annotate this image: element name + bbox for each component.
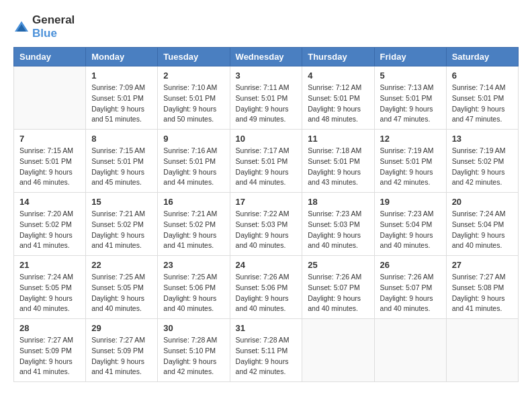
weekday-header: Wednesday — [230, 48, 302, 66]
calendar-cell: 26Sunrise: 7:26 AM Sunset: 5:07 PM Dayli… — [374, 256, 446, 319]
header-row: SundayMondayTuesdayWednesdayThursdayFrid… — [14, 48, 519, 66]
day-number: 3 — [236, 71, 297, 81]
day-number: 28 — [19, 323, 80, 333]
day-info: Sunrise: 7:09 AM Sunset: 5:01 PM Dayligh… — [91, 83, 152, 125]
calendar-cell: 21Sunrise: 7:24 AM Sunset: 5:05 PM Dayli… — [14, 256, 86, 319]
calendar-cell: 8Sunrise: 7:15 AM Sunset: 5:01 PM Daylig… — [86, 130, 158, 193]
calendar-week-row: 14Sunrise: 7:20 AM Sunset: 5:02 PM Dayli… — [14, 193, 519, 256]
day-number: 23 — [163, 260, 224, 270]
calendar-cell: 18Sunrise: 7:23 AM Sunset: 5:03 PM Dayli… — [302, 193, 374, 256]
day-info: Sunrise: 7:26 AM Sunset: 5:07 PM Dayligh… — [308, 272, 368, 314]
day-info: Sunrise: 7:14 AM Sunset: 5:01 PM Dayligh… — [452, 83, 513, 125]
calendar-cell: 3Sunrise: 7:11 AM Sunset: 5:01 PM Daylig… — [230, 66, 302, 130]
day-number: 4 — [308, 71, 368, 81]
calendar-week-row: 1Sunrise: 7:09 AM Sunset: 5:01 PM Daylig… — [14, 66, 519, 130]
day-info: Sunrise: 7:26 AM Sunset: 5:06 PM Dayligh… — [236, 272, 297, 314]
calendar-cell: 31Sunrise: 7:28 AM Sunset: 5:11 PM Dayli… — [230, 319, 302, 382]
logo: General Blue — [13, 13, 75, 40]
calendar-cell — [302, 319, 374, 382]
calendar-table: SundayMondayTuesdayWednesdayThursdayFrid… — [13, 47, 519, 382]
page-header: General Blue — [13, 13, 519, 40]
day-info: Sunrise: 7:23 AM Sunset: 5:03 PM Dayligh… — [308, 209, 368, 251]
day-number: 11 — [308, 134, 368, 144]
calendar-cell: 13Sunrise: 7:19 AM Sunset: 5:02 PM Dayli… — [446, 130, 518, 193]
day-info: Sunrise: 7:21 AM Sunset: 5:02 PM Dayligh… — [91, 209, 152, 251]
calendar-cell: 28Sunrise: 7:27 AM Sunset: 5:09 PM Dayli… — [14, 319, 86, 382]
calendar-cell: 2Sunrise: 7:10 AM Sunset: 5:01 PM Daylig… — [158, 66, 230, 130]
calendar-cell: 22Sunrise: 7:25 AM Sunset: 5:05 PM Dayli… — [86, 256, 158, 319]
calendar-cell: 4Sunrise: 7:12 AM Sunset: 5:01 PM Daylig… — [302, 66, 374, 130]
calendar-cell — [446, 319, 518, 382]
calendar-cell: 19Sunrise: 7:23 AM Sunset: 5:04 PM Dayli… — [374, 193, 446, 256]
day-number: 27 — [452, 260, 513, 270]
day-info: Sunrise: 7:18 AM Sunset: 5:01 PM Dayligh… — [308, 146, 368, 188]
day-info: Sunrise: 7:19 AM Sunset: 5:01 PM Dayligh… — [380, 146, 441, 188]
day-number: 9 — [163, 134, 224, 144]
calendar-cell: 11Sunrise: 7:18 AM Sunset: 5:01 PM Dayli… — [302, 130, 374, 193]
weekday-header: Sunday — [14, 48, 86, 66]
day-number: 29 — [91, 323, 152, 333]
day-number: 26 — [380, 260, 441, 270]
calendar-cell: 10Sunrise: 7:17 AM Sunset: 5:01 PM Dayli… — [230, 130, 302, 193]
day-info: Sunrise: 7:24 AM Sunset: 5:05 PM Dayligh… — [19, 272, 80, 314]
day-number: 15 — [91, 197, 152, 207]
day-number: 17 — [236, 197, 297, 207]
calendar-header: SundayMondayTuesdayWednesdayThursdayFrid… — [14, 48, 519, 66]
logo-icon — [13, 20, 30, 34]
day-number: 22 — [91, 260, 152, 270]
logo-text: General Blue — [32, 13, 75, 40]
day-info: Sunrise: 7:27 AM Sunset: 5:09 PM Dayligh… — [91, 335, 152, 377]
day-number: 12 — [380, 134, 441, 144]
day-info: Sunrise: 7:25 AM Sunset: 5:05 PM Dayligh… — [91, 272, 152, 314]
day-number: 21 — [19, 260, 80, 270]
day-info: Sunrise: 7:25 AM Sunset: 5:06 PM Dayligh… — [163, 272, 224, 314]
calendar-cell: 15Sunrise: 7:21 AM Sunset: 5:02 PM Dayli… — [86, 193, 158, 256]
day-number: 30 — [163, 323, 224, 333]
calendar-cell: 7Sunrise: 7:15 AM Sunset: 5:01 PM Daylig… — [14, 130, 86, 193]
day-number: 5 — [380, 71, 441, 81]
day-number: 7 — [19, 134, 80, 144]
calendar-cell: 12Sunrise: 7:19 AM Sunset: 5:01 PM Dayli… — [374, 130, 446, 193]
weekday-header: Tuesday — [158, 48, 230, 66]
day-info: Sunrise: 7:26 AM Sunset: 5:07 PM Dayligh… — [380, 272, 441, 314]
day-number: 20 — [452, 197, 513, 207]
day-number: 24 — [236, 260, 297, 270]
calendar-week-row: 7Sunrise: 7:15 AM Sunset: 5:01 PM Daylig… — [14, 130, 519, 193]
day-info: Sunrise: 7:22 AM Sunset: 5:03 PM Dayligh… — [236, 209, 297, 251]
calendar-cell: 5Sunrise: 7:13 AM Sunset: 5:01 PM Daylig… — [374, 66, 446, 130]
day-info: Sunrise: 7:15 AM Sunset: 5:01 PM Dayligh… — [91, 146, 152, 188]
day-info: Sunrise: 7:17 AM Sunset: 5:01 PM Dayligh… — [236, 146, 297, 188]
calendar-cell: 6Sunrise: 7:14 AM Sunset: 5:01 PM Daylig… — [446, 66, 518, 130]
day-number: 13 — [452, 134, 513, 144]
day-info: Sunrise: 7:21 AM Sunset: 5:02 PM Dayligh… — [163, 209, 224, 251]
calendar-week-row: 21Sunrise: 7:24 AM Sunset: 5:05 PM Dayli… — [14, 256, 519, 319]
calendar-cell: 27Sunrise: 7:27 AM Sunset: 5:08 PM Dayli… — [446, 256, 518, 319]
weekday-header: Monday — [86, 48, 158, 66]
day-info: Sunrise: 7:27 AM Sunset: 5:09 PM Dayligh… — [19, 335, 80, 377]
calendar-cell: 24Sunrise: 7:26 AM Sunset: 5:06 PM Dayli… — [230, 256, 302, 319]
day-info: Sunrise: 7:15 AM Sunset: 5:01 PM Dayligh… — [19, 146, 80, 188]
day-number: 2 — [163, 71, 224, 81]
day-info: Sunrise: 7:24 AM Sunset: 5:04 PM Dayligh… — [452, 209, 513, 251]
calendar-cell: 1Sunrise: 7:09 AM Sunset: 5:01 PM Daylig… — [86, 66, 158, 130]
calendar-cell: 23Sunrise: 7:25 AM Sunset: 5:06 PM Dayli… — [158, 256, 230, 319]
day-info: Sunrise: 7:28 AM Sunset: 5:11 PM Dayligh… — [236, 335, 297, 377]
day-number: 18 — [308, 197, 368, 207]
weekday-header: Thursday — [302, 48, 374, 66]
calendar-cell: 16Sunrise: 7:21 AM Sunset: 5:02 PM Dayli… — [158, 193, 230, 256]
day-number: 10 — [236, 134, 297, 144]
calendar-week-row: 28Sunrise: 7:27 AM Sunset: 5:09 PM Dayli… — [14, 319, 519, 382]
day-number: 1 — [91, 71, 152, 81]
day-number: 8 — [91, 134, 152, 144]
calendar-cell: 14Sunrise: 7:20 AM Sunset: 5:02 PM Dayli… — [14, 193, 86, 256]
day-info: Sunrise: 7:16 AM Sunset: 5:01 PM Dayligh… — [163, 146, 224, 188]
day-info: Sunrise: 7:20 AM Sunset: 5:02 PM Dayligh… — [19, 209, 80, 251]
weekday-header: Friday — [374, 48, 446, 66]
calendar-cell — [374, 319, 446, 382]
day-info: Sunrise: 7:13 AM Sunset: 5:01 PM Dayligh… — [380, 83, 441, 125]
calendar-body: 1Sunrise: 7:09 AM Sunset: 5:01 PM Daylig… — [14, 66, 519, 382]
day-number: 14 — [19, 197, 80, 207]
calendar-cell — [14, 66, 86, 130]
day-info: Sunrise: 7:19 AM Sunset: 5:02 PM Dayligh… — [452, 146, 513, 188]
day-number: 16 — [163, 197, 224, 207]
